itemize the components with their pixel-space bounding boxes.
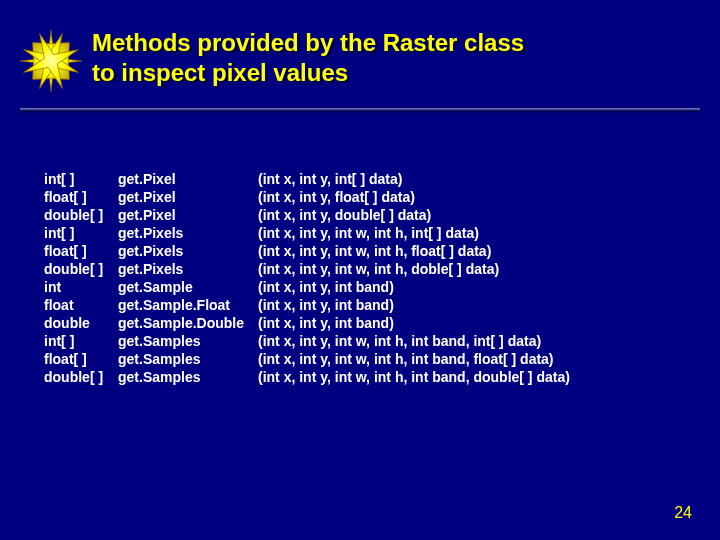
method-name: get.Samples <box>118 351 258 369</box>
method-args: (int x, int y, double[ ] data) <box>258 207 578 225</box>
method-args: (int x, int y, int w, int h, int band, d… <box>258 369 578 387</box>
method-args: (int x, int y, int band) <box>258 315 578 333</box>
table-row: floatget.Sample.Float(int x, int y, int … <box>44 297 578 315</box>
title-line-1: Methods provided by the Raster class <box>92 29 524 56</box>
method-args: (int x, int y, int w, int h, doble[ ] da… <box>258 261 578 279</box>
table-row: double[ ]get.Samples(int x, int y, int w… <box>44 369 578 387</box>
table-row: int[ ]get.Pixel(int x, int y, int[ ] dat… <box>44 171 578 189</box>
return-type: double[ ] <box>44 261 118 279</box>
return-type: double[ ] <box>44 369 118 387</box>
method-name: get.Samples <box>118 369 258 387</box>
title-line-2: to inspect pixel values <box>92 59 348 86</box>
method-name: get.Sample.Double <box>118 315 258 333</box>
return-type: float[ ] <box>44 189 118 207</box>
table-row: float[ ]get.Pixels(int x, int y, int w, … <box>44 243 578 261</box>
method-args: (int x, int y, int w, int h, float[ ] da… <box>258 243 578 261</box>
slide-title: Methods provided by the Raster class to … <box>92 28 524 88</box>
bullet-star-icon <box>20 30 82 96</box>
return-type: int[ ] <box>44 225 118 243</box>
method-name: get.Pixel <box>118 189 258 207</box>
methods-table-container: int[ ]get.Pixel(int x, int y, int[ ] dat… <box>0 111 720 387</box>
return-type: double[ ] <box>44 207 118 225</box>
table-row: double[ ]get.Pixels(int x, int y, int w,… <box>44 261 578 279</box>
table-row: float[ ]get.Samples(int x, int y, int w,… <box>44 351 578 369</box>
table-row: int[ ]get.Pixels(int x, int y, int w, in… <box>44 225 578 243</box>
methods-table: int[ ]get.Pixel(int x, int y, int[ ] dat… <box>44 171 578 387</box>
method-name: get.Pixel <box>118 207 258 225</box>
table-row: doubleget.Sample.Double(int x, int y, in… <box>44 315 578 333</box>
method-args: (int x, int y, int band) <box>258 279 578 297</box>
method-name: get.Pixels <box>118 243 258 261</box>
table-row: double[ ]get.Pixel(int x, int y, double[… <box>44 207 578 225</box>
method-args: (int x, int y, float[ ] data) <box>258 189 578 207</box>
return-type: int[ ] <box>44 171 118 189</box>
method-name: get.Sample <box>118 279 258 297</box>
method-name: get.Pixels <box>118 225 258 243</box>
slide-header: Methods provided by the Raster class to … <box>0 0 720 96</box>
method-args: (int x, int y, int w, int h, int band, i… <box>258 333 578 351</box>
page-number: 24 <box>674 504 692 522</box>
table-row: int[ ]get.Samples(int x, int y, int w, i… <box>44 333 578 351</box>
return-type: float[ ] <box>44 243 118 261</box>
return-type: float[ ] <box>44 351 118 369</box>
method-name: get.Pixel <box>118 171 258 189</box>
table-row: intget.Sample(int x, int y, int band) <box>44 279 578 297</box>
method-args: (int x, int y, int[ ] data) <box>258 171 578 189</box>
method-args: (int x, int y, int w, int h, int[ ] data… <box>258 225 578 243</box>
method-name: get.Sample.Float <box>118 297 258 315</box>
return-type: int <box>44 279 118 297</box>
method-args: (int x, int y, int band) <box>258 297 578 315</box>
return-type: float <box>44 297 118 315</box>
method-args: (int x, int y, int w, int h, int band, f… <box>258 351 578 369</box>
return-type: int[ ] <box>44 333 118 351</box>
method-name: get.Pixels <box>118 261 258 279</box>
table-row: float[ ]get.Pixel(int x, int y, float[ ]… <box>44 189 578 207</box>
return-type: double <box>44 315 118 333</box>
method-name: get.Samples <box>118 333 258 351</box>
